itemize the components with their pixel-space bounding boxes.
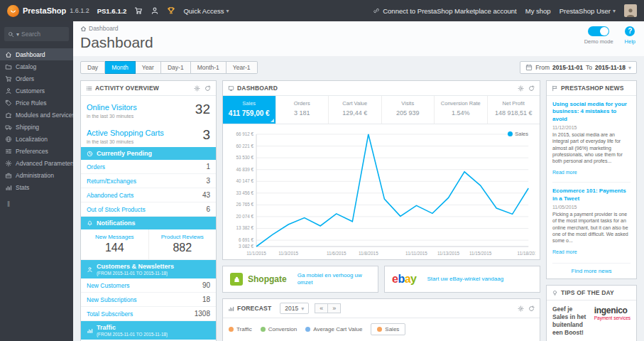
sidebar-item-advanced-parameters[interactable]: Advanced Parameters: [0, 157, 73, 169]
date-range-picker[interactable]: From 2015-11-01 To 2015-11-18 ▾: [520, 61, 637, 74]
refresh-icon[interactable]: [204, 85, 211, 92]
returns-link[interactable]: Return/Exchanges: [87, 178, 136, 185]
sidebar-item-shipping[interactable]: Shipping: [0, 121, 73, 133]
help-block: ? Help: [625, 26, 635, 45]
sidebar-item-label: Customers: [16, 87, 45, 94]
forecast-prev-button[interactable]: «: [315, 303, 328, 313]
find-more-news-link[interactable]: Find more news: [552, 263, 631, 274]
out-of-stock-value: 6: [206, 205, 210, 213]
search-input[interactable]: [21, 31, 65, 38]
prestashop-logo[interactable]: PrestaShop 1.6.1.2: [7, 5, 89, 17]
forecast-tab-conversion[interactable]: Conversion: [261, 326, 297, 332]
new-customers-link[interactable]: New Customers: [87, 282, 129, 289]
panel-title: PRESTASHOP NEWS: [561, 85, 624, 92]
my-shop-link[interactable]: My shop: [525, 7, 551, 15]
product-reviews-cell[interactable]: Product Reviews 882: [149, 229, 217, 259]
read-more-link[interactable]: Read more: [552, 249, 577, 254]
out-of-stock-link[interactable]: Out of Stock Products: [87, 206, 146, 213]
abandoned-carts-link[interactable]: Abandoned Carts: [87, 192, 133, 199]
kpi-label: Visits: [383, 100, 433, 107]
help-icon[interactable]: ?: [625, 26, 635, 36]
filter-day-button[interactable]: Day: [80, 61, 105, 74]
kpi-label: Conversion Rate: [436, 100, 486, 107]
sidebar-item-orders[interactable]: Orders: [0, 72, 73, 85]
news-article-title[interactable]: Using social media for your business: 4 …: [552, 101, 631, 123]
trophy-icon[interactable]: [167, 6, 175, 15]
briefcase-icon: [5, 172, 12, 179]
sales-chart-container: Sales 3 082 €6 691 €13 382 €20 074 €26 7…: [223, 124, 540, 259]
orders-link[interactable]: Orders: [87, 163, 105, 170]
svg-text:11/3/2015: 11/3/2015: [278, 251, 298, 256]
sidebar-item-administration[interactable]: Administration: [0, 169, 73, 181]
forecast-year-select[interactable]: 2015 ▾: [280, 303, 309, 314]
sidebar-search[interactable]: ▾: [4, 27, 69, 41]
home-icon: [80, 26, 87, 32]
refresh-icon[interactable]: [528, 85, 535, 92]
panel-title: FORECAST: [237, 305, 271, 312]
sidebar-item-localization[interactable]: Localization: [0, 133, 73, 145]
chart-legend[interactable]: Sales: [508, 131, 528, 137]
filter-month-button[interactable]: Month: [105, 61, 136, 74]
kpi-visits[interactable]: Visits 205 939: [382, 96, 435, 124]
gear-icon[interactable]: [518, 85, 524, 92]
chevron-down-icon: ▾: [301, 305, 304, 312]
gear-icon: [5, 160, 12, 167]
topbar-right: Connect to PrestaShop Marketplace accoun…: [373, 4, 637, 17]
shopgate-cta-link[interactable]: Ga mobiel en verhoog uw omzet: [298, 272, 371, 286]
sidebar-collapse-button[interactable]: ‖: [0, 193, 73, 215]
filter-day-1-button[interactable]: Day-1: [161, 61, 191, 74]
demo-mode-toggle[interactable]: [588, 26, 609, 36]
filter-month-1-button[interactable]: Month-1: [191, 61, 227, 74]
total-subscribers-link[interactable]: Total Subscribers: [87, 310, 133, 318]
sidebar-item-customers[interactable]: Customers: [0, 85, 73, 97]
new-subscriptions-link[interactable]: New Subscriptions: [87, 296, 136, 303]
bell-icon: [87, 220, 93, 227]
forecast-next-button[interactable]: »: [328, 303, 341, 313]
forecast-tab-sales[interactable]: Sales: [371, 323, 405, 335]
refresh-icon[interactable]: [528, 305, 535, 312]
module-ads-row: Shopgate Ga mobiel en verhoog uw omzet e…: [222, 266, 540, 293]
kpi-sales[interactable]: Sales 411 759,00 €: [223, 96, 276, 124]
news-panel-header: PRESTASHOP NEWS: [547, 81, 636, 96]
forecast-tab-traffic[interactable]: Traffic: [229, 326, 252, 332]
kpi-orders[interactable]: Orders 3 181: [276, 96, 329, 124]
cart-icon[interactable]: [134, 6, 143, 15]
tips-panel-header: TIPS OF THE DAY: [547, 286, 636, 301]
tag-icon: [5, 99, 12, 107]
online-visitors-link[interactable]: Online Visitors: [87, 103, 137, 112]
sidebar-item-price-rules[interactable]: Price Rules: [0, 97, 73, 109]
gear-icon[interactable]: [194, 85, 200, 92]
shop-name-link[interactable]: PS1.6.1.2: [97, 7, 127, 15]
kpi-cart-value[interactable]: Cart Value 129,44 €: [329, 96, 382, 124]
ebay-cta-link[interactable]: Start uw eBay-winkel vandaag: [427, 276, 504, 283]
active-carts-link[interactable]: Active Shopping Carts: [87, 129, 164, 137]
filter-year-1-button[interactable]: Year-1: [227, 61, 258, 74]
user-menu[interactable]: PrestaShop User ▾: [560, 7, 616, 15]
kpi-value: 148 918,51 €: [489, 109, 539, 117]
kpi-label: Orders: [278, 100, 327, 107]
avatar[interactable]: [624, 4, 637, 17]
sidebar-item-catalog[interactable]: Catalog: [0, 60, 73, 72]
new-messages-cell[interactable]: New Messages 144: [81, 229, 149, 259]
search-scope-caret-icon[interactable]: ▾: [16, 31, 19, 38]
date-range-buttons: Day Month Year Day-1 Month-1 Year-1: [80, 61, 258, 74]
svg-text:40 147 €: 40 147 €: [236, 178, 253, 183]
read-more-link[interactable]: Read more: [552, 170, 577, 175]
sidebar-item-dashboard[interactable]: Dashboard: [0, 48, 73, 60]
kpi-net-profit[interactable]: Net Profit 148 918,51 €: [488, 96, 540, 124]
filter-year-button[interactable]: Year: [136, 61, 161, 74]
quick-access-menu[interactable]: Quick Access ▾: [183, 7, 229, 15]
sidebar-item-stats[interactable]: Stats: [0, 181, 73, 193]
dashboard-panel-header: DASHBOARD: [223, 81, 540, 96]
gear-icon[interactable]: [518, 305, 524, 312]
news-article-title[interactable]: Ecommerce 101: Payments in a Tweet: [552, 188, 631, 202]
kpi-conversion-rate[interactable]: Conversion Rate 1.54%: [435, 96, 488, 124]
sidebar-item-preferences[interactable]: Preferences: [0, 145, 73, 157]
marketplace-link[interactable]: Connect to PrestaShop Marketplace accoun…: [373, 7, 517, 15]
forecast-panel: FORECAST 2015 ▾ « »: [222, 298, 540, 341]
sidebar-item-modules[interactable]: Modules and Services: [0, 109, 73, 121]
forecast-tab-average-cart-value[interactable]: Average Cart Value: [305, 326, 362, 332]
new-messages-value: 144: [84, 242, 146, 254]
employees-icon[interactable]: [151, 6, 159, 15]
panel-tools: [518, 85, 535, 92]
